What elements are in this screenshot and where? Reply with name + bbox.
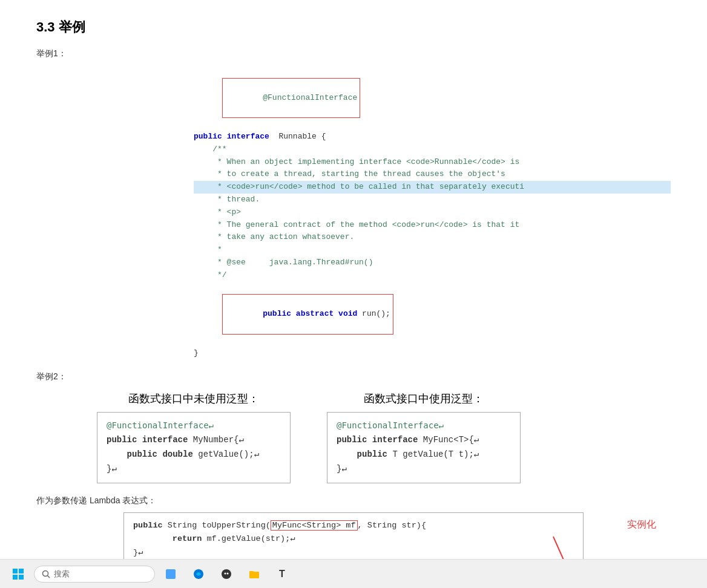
taskbar-app-icon bbox=[165, 568, 177, 580]
instantiate-label: 实例化 bbox=[627, 518, 656, 531]
comment-line8: * The general contract of the method <co… bbox=[194, 220, 519, 229]
method-rest bbox=[334, 309, 338, 318]
upper-line2: return mf.getValue(str);↵ bbox=[133, 532, 574, 546]
comment-line6: * thread. bbox=[194, 195, 260, 204]
taskbar-search[interactable]: 搜索 bbox=[34, 566, 155, 583]
taskbar-folder-icon bbox=[248, 568, 260, 580]
left-code-box: @FunctionalInterface↵ public interface M… bbox=[97, 412, 291, 483]
right-line4: }↵ bbox=[337, 462, 511, 477]
comment-line12: */ bbox=[194, 270, 227, 279]
comment-line11: * @see java.lang.Thread#run() bbox=[194, 258, 373, 267]
comment-line4: * to create a thread, starting the threa… bbox=[194, 169, 505, 178]
svg-rect-4 bbox=[13, 575, 18, 580]
left-box-title: 函数式接口中未使用泛型： bbox=[128, 391, 259, 406]
section-title: 3.3 举例 bbox=[36, 18, 671, 36]
upper-line1: public String toUpperString(MyFunc<Strin… bbox=[133, 519, 574, 533]
comment-line9: * take any action whatsoever. bbox=[194, 232, 354, 241]
right-box-title: 函数式接口中使用泛型： bbox=[364, 391, 484, 406]
kw-interface: interface bbox=[227, 132, 269, 141]
upper-kw2: return bbox=[173, 534, 202, 543]
taskbar-icon-2[interactable] bbox=[186, 562, 211, 586]
method-name: run(); bbox=[357, 309, 390, 318]
code-boxes-row: 函数式接口中未使用泛型： @FunctionalInterface↵ publi… bbox=[97, 391, 671, 483]
left-line1: @FunctionalInterface↵ bbox=[107, 419, 281, 433]
svg-rect-14 bbox=[249, 571, 254, 573]
kw-public-method: public bbox=[263, 309, 291, 318]
search-icon bbox=[42, 570, 50, 578]
svg-rect-5 bbox=[19, 575, 24, 580]
annotation-text: @FunctionalInterface bbox=[263, 93, 357, 102]
right-kw1: public interface bbox=[337, 435, 418, 445]
left-kw1: public interface bbox=[107, 435, 188, 445]
right-line1: @FunctionalInterface↵ bbox=[337, 419, 511, 433]
svg-line-7 bbox=[48, 575, 50, 578]
interface-name: Runnable { bbox=[274, 132, 326, 141]
annotation-highlight: @FunctionalInterface bbox=[222, 78, 360, 118]
svg-point-12 bbox=[227, 572, 229, 574]
upper-line3: }↵ bbox=[133, 546, 574, 560]
closing-brace: } bbox=[194, 347, 671, 360]
taskbar-cat-icon bbox=[220, 568, 232, 580]
windows-icon bbox=[13, 569, 24, 580]
page-container: 3.3 举例 举例1： @FunctionalInterface public … bbox=[0, 0, 707, 588]
search-text: 搜索 bbox=[54, 569, 70, 580]
taskbar-icon-3[interactable] bbox=[214, 562, 238, 586]
taskbar-icon-4[interactable] bbox=[242, 562, 266, 586]
left-line3: public double getValue();↵ bbox=[107, 448, 281, 462]
taskbar-edge-icon bbox=[192, 568, 205, 580]
left-line2: public interface MyNumber{↵ bbox=[107, 433, 281, 448]
example1-label: 举例1： bbox=[36, 48, 671, 59]
comment-line3: * When an object implementing interface … bbox=[194, 157, 519, 166]
left-kw2: public double bbox=[127, 449, 193, 459]
right-line2: public interface MyFunc<T>{↵ bbox=[337, 433, 511, 448]
svg-rect-8 bbox=[166, 569, 176, 579]
kw-public: public bbox=[194, 132, 222, 141]
svg-point-11 bbox=[225, 572, 226, 574]
param-label: 作为参数传递 Lambda 表达式： bbox=[36, 495, 671, 506]
myfunc-highlight: MyFunc<String> mf bbox=[271, 520, 358, 531]
left-line4: }↵ bbox=[107, 462, 281, 477]
upper-kw1: public bbox=[133, 521, 163, 530]
right-line3: public T getValue(T t);↵ bbox=[337, 448, 511, 462]
start-button[interactable] bbox=[6, 562, 30, 586]
kw-void: void bbox=[338, 309, 357, 318]
method-space bbox=[291, 309, 296, 318]
right-kw2: public bbox=[357, 449, 387, 459]
svg-rect-2 bbox=[13, 569, 18, 573]
comment-line2: /** bbox=[194, 145, 227, 154]
comment-line10: * bbox=[194, 245, 222, 254]
code-block-1: @FunctionalInterface public interface Ru… bbox=[194, 65, 671, 359]
comment-line7: * <p> bbox=[194, 207, 241, 217]
comment-line5: * <code>run</code> method to be called i… bbox=[194, 182, 524, 191]
left-code-wrapper: 函数式接口中未使用泛型： @FunctionalInterface↵ publi… bbox=[97, 391, 291, 483]
taskbar: 搜索 T bbox=[0, 559, 707, 588]
right-code-wrapper: 函数式接口中使用泛型： @FunctionalInterface↵ public… bbox=[327, 391, 521, 483]
kw-abstract: abstract bbox=[296, 309, 334, 318]
example2-label: 举例2： bbox=[36, 371, 671, 382]
svg-point-6 bbox=[43, 570, 48, 576]
right-code-box: @FunctionalInterface↵ public interface M… bbox=[327, 412, 521, 483]
method-highlight: public abstract void run(); bbox=[222, 294, 393, 334]
svg-rect-3 bbox=[19, 569, 24, 573]
svg-point-10 bbox=[222, 569, 231, 579]
taskbar-letter: T bbox=[279, 569, 285, 580]
taskbar-icon-1[interactable] bbox=[159, 562, 183, 586]
taskbar-letter-btn[interactable]: T bbox=[270, 562, 294, 586]
